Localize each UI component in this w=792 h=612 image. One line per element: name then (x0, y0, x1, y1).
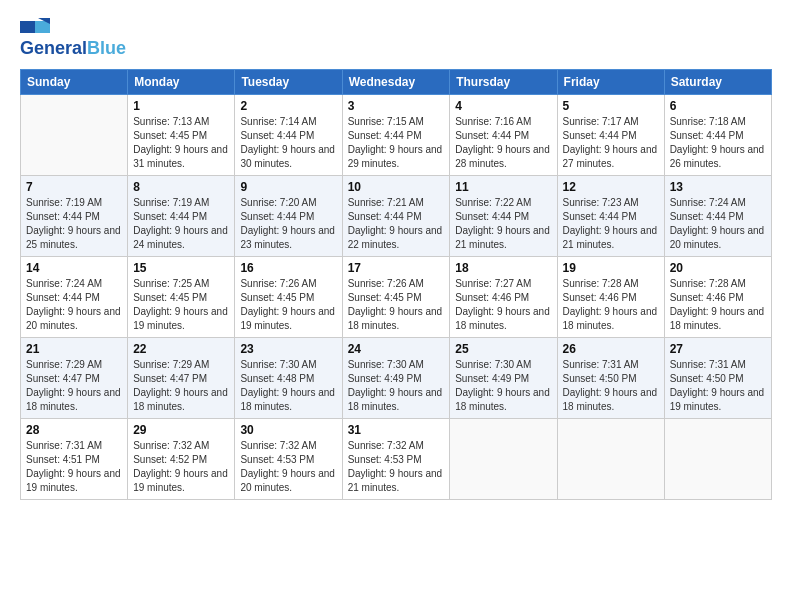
day-info: Sunrise: 7:26 AMSunset: 4:45 PMDaylight:… (240, 277, 336, 333)
day-info: Sunrise: 7:29 AMSunset: 4:47 PMDaylight:… (133, 358, 229, 414)
sunrise-text: Sunrise: 7:31 AM (26, 439, 122, 453)
day-number: 21 (26, 342, 122, 356)
daylight-text: Daylight: 9 hours and 22 minutes. (348, 224, 445, 252)
table-row: 2Sunrise: 7:14 AMSunset: 4:44 PMDaylight… (235, 95, 342, 176)
sunset-text: Sunset: 4:44 PM (26, 291, 122, 305)
table-row: 30Sunrise: 7:32 AMSunset: 4:53 PMDayligh… (235, 419, 342, 500)
daylight-text: Daylight: 9 hours and 20 minutes. (670, 224, 766, 252)
day-number: 10 (348, 180, 445, 194)
day-number: 29 (133, 423, 229, 437)
day-info: Sunrise: 7:32 AMSunset: 4:52 PMDaylight:… (133, 439, 229, 495)
table-row: 1Sunrise: 7:13 AMSunset: 4:45 PMDaylight… (128, 95, 235, 176)
sunrise-text: Sunrise: 7:28 AM (670, 277, 766, 291)
sunset-text: Sunset: 4:44 PM (240, 129, 336, 143)
day-number: 9 (240, 180, 336, 194)
sunrise-text: Sunrise: 7:13 AM (133, 115, 229, 129)
day-number: 2 (240, 99, 336, 113)
logo: GeneralBlue (20, 18, 126, 59)
daylight-text: Daylight: 9 hours and 18 minutes. (563, 386, 659, 414)
day-info: Sunrise: 7:28 AMSunset: 4:46 PMDaylight:… (670, 277, 766, 333)
table-row: 28Sunrise: 7:31 AMSunset: 4:51 PMDayligh… (21, 419, 128, 500)
sunrise-text: Sunrise: 7:29 AM (26, 358, 122, 372)
day-number: 4 (455, 99, 551, 113)
sunrise-text: Sunrise: 7:30 AM (455, 358, 551, 372)
daylight-text: Daylight: 9 hours and 23 minutes. (240, 224, 336, 252)
sunrise-text: Sunrise: 7:31 AM (563, 358, 659, 372)
sunset-text: Sunset: 4:45 PM (240, 291, 336, 305)
day-number: 14 (26, 261, 122, 275)
day-number: 11 (455, 180, 551, 194)
day-number: 1 (133, 99, 229, 113)
day-number: 26 (563, 342, 659, 356)
sunrise-text: Sunrise: 7:19 AM (133, 196, 229, 210)
sunset-text: Sunset: 4:47 PM (133, 372, 229, 386)
day-info: Sunrise: 7:20 AMSunset: 4:44 PMDaylight:… (240, 196, 336, 252)
daylight-text: Daylight: 9 hours and 19 minutes. (670, 386, 766, 414)
sunset-text: Sunset: 4:44 PM (26, 210, 122, 224)
daylight-text: Daylight: 9 hours and 18 minutes. (563, 305, 659, 333)
day-info: Sunrise: 7:18 AMSunset: 4:44 PMDaylight:… (670, 115, 766, 171)
sunrise-text: Sunrise: 7:23 AM (563, 196, 659, 210)
table-row (450, 419, 557, 500)
header: GeneralBlue (20, 18, 772, 59)
day-info: Sunrise: 7:30 AMSunset: 4:48 PMDaylight:… (240, 358, 336, 414)
sunrise-text: Sunrise: 7:28 AM (563, 277, 659, 291)
calendar-week-row: 21Sunrise: 7:29 AMSunset: 4:47 PMDayligh… (21, 338, 772, 419)
table-row: 22Sunrise: 7:29 AMSunset: 4:47 PMDayligh… (128, 338, 235, 419)
sunset-text: Sunset: 4:44 PM (240, 210, 336, 224)
sunrise-text: Sunrise: 7:24 AM (670, 196, 766, 210)
logo-icon (20, 18, 50, 36)
daylight-text: Daylight: 9 hours and 20 minutes. (240, 467, 336, 495)
sunrise-text: Sunrise: 7:22 AM (455, 196, 551, 210)
day-info: Sunrise: 7:32 AMSunset: 4:53 PMDaylight:… (240, 439, 336, 495)
day-number: 15 (133, 261, 229, 275)
table-row: 3Sunrise: 7:15 AMSunset: 4:44 PMDaylight… (342, 95, 450, 176)
day-number: 6 (670, 99, 766, 113)
table-row: 8Sunrise: 7:19 AMSunset: 4:44 PMDaylight… (128, 176, 235, 257)
sunset-text: Sunset: 4:44 PM (348, 210, 445, 224)
daylight-text: Daylight: 9 hours and 19 minutes. (240, 305, 336, 333)
day-info: Sunrise: 7:15 AMSunset: 4:44 PMDaylight:… (348, 115, 445, 171)
sunset-text: Sunset: 4:45 PM (348, 291, 445, 305)
table-row: 5Sunrise: 7:17 AMSunset: 4:44 PMDaylight… (557, 95, 664, 176)
daylight-text: Daylight: 9 hours and 18 minutes. (455, 386, 551, 414)
day-info: Sunrise: 7:32 AMSunset: 4:53 PMDaylight:… (348, 439, 445, 495)
day-info: Sunrise: 7:28 AMSunset: 4:46 PMDaylight:… (563, 277, 659, 333)
daylight-text: Daylight: 9 hours and 30 minutes. (240, 143, 336, 171)
daylight-text: Daylight: 9 hours and 18 minutes. (670, 305, 766, 333)
sunrise-text: Sunrise: 7:26 AM (348, 277, 445, 291)
day-number: 22 (133, 342, 229, 356)
table-row: 14Sunrise: 7:24 AMSunset: 4:44 PMDayligh… (21, 257, 128, 338)
logo-text: GeneralBlue (20, 38, 126, 59)
day-number: 7 (26, 180, 122, 194)
day-info: Sunrise: 7:24 AMSunset: 4:44 PMDaylight:… (26, 277, 122, 333)
table-row: 11Sunrise: 7:22 AMSunset: 4:44 PMDayligh… (450, 176, 557, 257)
day-info: Sunrise: 7:30 AMSunset: 4:49 PMDaylight:… (348, 358, 445, 414)
day-info: Sunrise: 7:21 AMSunset: 4:44 PMDaylight:… (348, 196, 445, 252)
daylight-text: Daylight: 9 hours and 18 minutes. (348, 305, 445, 333)
daylight-text: Daylight: 9 hours and 18 minutes. (133, 386, 229, 414)
daylight-text: Daylight: 9 hours and 20 minutes. (26, 305, 122, 333)
daylight-text: Daylight: 9 hours and 26 minutes. (670, 143, 766, 171)
sunset-text: Sunset: 4:45 PM (133, 291, 229, 305)
table-row: 25Sunrise: 7:30 AMSunset: 4:49 PMDayligh… (450, 338, 557, 419)
day-number: 27 (670, 342, 766, 356)
sunrise-text: Sunrise: 7:24 AM (26, 277, 122, 291)
table-row: 26Sunrise: 7:31 AMSunset: 4:50 PMDayligh… (557, 338, 664, 419)
sunrise-text: Sunrise: 7:32 AM (133, 439, 229, 453)
sunrise-text: Sunrise: 7:18 AM (670, 115, 766, 129)
table-row: 16Sunrise: 7:26 AMSunset: 4:45 PMDayligh… (235, 257, 342, 338)
table-row: 21Sunrise: 7:29 AMSunset: 4:47 PMDayligh… (21, 338, 128, 419)
table-row (557, 419, 664, 500)
sunset-text: Sunset: 4:44 PM (563, 129, 659, 143)
sunrise-text: Sunrise: 7:16 AM (455, 115, 551, 129)
day-info: Sunrise: 7:29 AMSunset: 4:47 PMDaylight:… (26, 358, 122, 414)
day-number: 12 (563, 180, 659, 194)
day-info: Sunrise: 7:31 AMSunset: 4:50 PMDaylight:… (670, 358, 766, 414)
svg-marker-2 (20, 21, 35, 33)
daylight-text: Daylight: 9 hours and 18 minutes. (455, 305, 551, 333)
sunset-text: Sunset: 4:44 PM (133, 210, 229, 224)
sunset-text: Sunset: 4:44 PM (563, 210, 659, 224)
table-row: 31Sunrise: 7:32 AMSunset: 4:53 PMDayligh… (342, 419, 450, 500)
day-info: Sunrise: 7:16 AMSunset: 4:44 PMDaylight:… (455, 115, 551, 171)
